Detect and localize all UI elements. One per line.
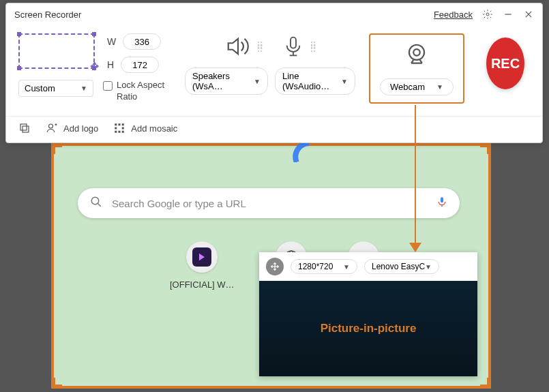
search-icon <box>90 196 102 211</box>
titlebar-actions: Feedback <box>434 9 534 20</box>
svg-rect-20 <box>23 126 29 132</box>
chevron-down-icon: ▼ <box>343 263 350 271</box>
add-logo-tool[interactable]: Add logo <box>46 122 98 134</box>
svg-rect-26 <box>122 123 124 125</box>
audio-icons: ⠿⠿ ⠿⠿ <box>211 33 329 62</box>
grip-icon[interactable]: ⠿⠿ <box>256 44 262 51</box>
mic-icon[interactable] <box>436 195 447 211</box>
lock-aspect-input[interactable] <box>103 81 113 91</box>
add-mosaic-tool[interactable]: Add mosaic <box>113 122 177 134</box>
add-mosaic-label: Add mosaic <box>131 123 177 134</box>
svg-rect-28 <box>122 127 124 130</box>
pip-controls-row: 1280*720 ▼ Lenovo EasyC ▼ <box>259 252 477 281</box>
svg-rect-25 <box>119 123 121 125</box>
svg-rect-27 <box>115 127 117 130</box>
callout-arrow-line <box>415 105 416 248</box>
app-icon <box>192 247 211 267</box>
settings-icon[interactable] <box>482 9 493 20</box>
pip-resolution-value: 1280*720 <box>298 262 333 271</box>
svg-point-0 <box>91 197 99 205</box>
record-button[interactable]: REC <box>486 37 524 89</box>
shortcut-tile-official[interactable]: [OFFICIAL] W… <box>170 241 235 290</box>
pip-caption: Picture-in-picture <box>321 322 417 335</box>
mic-select-value: Line (WsAudio… <box>282 71 341 91</box>
chevron-down-icon: ▼ <box>436 83 443 91</box>
svg-line-1 <box>98 203 101 207</box>
rec-label: REC <box>491 56 520 72</box>
secondary-toolbar: Add logo Add mosaic <box>6 116 542 142</box>
width-label: W <box>107 36 116 47</box>
search-placeholder: Search Google or type a URL <box>112 198 427 209</box>
svg-rect-31 <box>122 131 124 133</box>
minimize-icon[interactable] <box>503 9 514 20</box>
pip-camera-value: Lenovo EasyC <box>372 262 425 271</box>
tile-label: [OFFICIAL] W… <box>170 280 235 290</box>
pip-move-handle[interactable] <box>266 258 284 275</box>
grip-icon[interactable]: ⠿⠿ <box>310 44 315 51</box>
pip-camera-select[interactable]: Lenovo EasyC ▼ <box>364 259 439 274</box>
google-logo-partial <box>293 140 325 162</box>
chevron-down-icon: ▼ <box>341 78 348 85</box>
main-controls: ✥ W H Custom ▼ <box>6 25 542 116</box>
region-preview-box[interactable]: ✥ <box>18 33 95 69</box>
close-icon[interactable] <box>523 9 534 20</box>
region-corner-br[interactable] <box>480 378 490 387</box>
svg-rect-2 <box>441 197 443 202</box>
chevron-down-icon: ▼ <box>80 85 87 92</box>
mic-device-select[interactable]: Line (WsAudio… ▼ <box>275 67 355 95</box>
webcam-section-highlighted: Webcam ▼ <box>369 33 464 104</box>
webcam-select[interactable]: Webcam ▼ <box>380 78 454 95</box>
svg-point-21 <box>49 124 53 128</box>
svg-marker-13 <box>228 39 238 54</box>
height-label: H <box>107 59 114 70</box>
speaker-device-select[interactable]: Speakers (WsA… ▼ <box>185 67 268 95</box>
tile-icon-bg <box>186 241 218 273</box>
screen-recorder-window: Screen Recorder Feedback ✥ <box>5 3 543 143</box>
callout-arrow-head <box>409 243 421 252</box>
feedback-link[interactable]: Feedback <box>434 10 473 20</box>
region-corner-tl[interactable] <box>53 145 62 154</box>
region-section: ✥ W H <box>18 33 171 73</box>
titlebar: Screen Recorder Feedback <box>6 3 542 25</box>
lock-aspect-label: Lock Aspect Ratio <box>117 80 171 103</box>
svg-point-17 <box>409 45 424 60</box>
app-title: Screen Recorder <box>14 10 81 20</box>
add-logo-label: Add logo <box>63 123 98 134</box>
svg-rect-29 <box>115 131 117 133</box>
region-preset-select[interactable]: Custom ▼ <box>18 80 93 97</box>
svg-point-9 <box>486 13 489 16</box>
webcam-pip-panel[interactable]: 1280*720 ▼ Lenovo EasyC ▼ Picture-in-pic… <box>259 252 477 376</box>
chevron-down-icon: ▼ <box>254 78 261 85</box>
height-input[interactable] <box>121 57 159 73</box>
svg-point-18 <box>413 49 420 56</box>
svg-rect-14 <box>291 37 296 48</box>
crop-tool[interactable] <box>18 122 31 134</box>
microphone-icon[interactable] <box>282 33 304 62</box>
region-corner-tr[interactable] <box>480 145 490 154</box>
svg-rect-19 <box>20 124 27 130</box>
width-input[interactable] <box>123 33 161 50</box>
svg-rect-24 <box>115 123 117 125</box>
move-handle-icon[interactable]: ✥ <box>90 60 99 73</box>
preset-value: Custom <box>25 83 55 93</box>
speaker-icon[interactable] <box>225 33 251 62</box>
pip-resolution-select[interactable]: 1280*720 ▼ <box>291 259 357 274</box>
speaker-select-value: Speakers (WsA… <box>192 71 254 91</box>
pip-preview-area: Picture-in-picture <box>259 281 477 376</box>
dimension-inputs: W H <box>107 33 161 73</box>
lock-aspect-checkbox[interactable]: Lock Aspect Ratio <box>103 80 171 103</box>
browser-search-bar[interactable]: Search Google or type a URL <box>78 188 460 218</box>
webcam-icon[interactable] <box>403 42 430 70</box>
region-corner-bl[interactable] <box>53 378 62 387</box>
svg-rect-30 <box>119 131 121 133</box>
webcam-label: Webcam <box>390 82 425 92</box>
chevron-down-icon: ▼ <box>425 263 432 271</box>
